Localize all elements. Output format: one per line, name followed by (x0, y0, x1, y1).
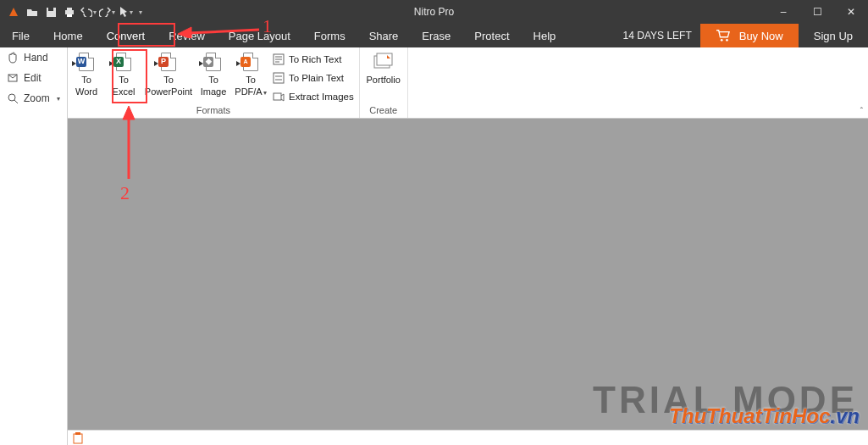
left-tool-pane: Hand Edit Zoom ▾ (0, 47, 68, 445)
close-button[interactable]: ✕ (834, 0, 868, 24)
minimize-button[interactable]: – (766, 0, 800, 24)
status-bar (68, 430, 868, 445)
maximize-button[interactable]: ☐ (800, 0, 834, 24)
work-area: Hand Edit Zoom ▾ W To Word (0, 47, 868, 445)
chevron-down-icon: ▾ (57, 95, 60, 103)
hand-label: Hand (24, 52, 48, 64)
tab-protect[interactable]: Protect (462, 24, 521, 47)
extract-images-icon (273, 91, 285, 103)
to-excel-button[interactable]: X To Excel (105, 47, 142, 97)
zoom-label: Zoom (24, 92, 50, 104)
tab-convert[interactable]: Convert (95, 24, 158, 47)
tab-review[interactable]: Review (157, 24, 217, 47)
rich-text-icon (273, 53, 285, 65)
cart-icon (716, 29, 731, 42)
open-icon[interactable] (24, 3, 41, 20)
tab-home[interactable]: Home (41, 24, 95, 47)
to-word-button[interactable]: W To Word (68, 47, 105, 97)
svg-rect-17 (274, 93, 281, 100)
svg-rect-20 (74, 434, 82, 443)
portfolio-button[interactable]: Portfolio (360, 47, 407, 85)
to-plain-text-button[interactable]: To Plain Text (273, 70, 354, 86)
svg-rect-14 (274, 73, 284, 83)
sign-up-button[interactable]: Sign Up (799, 24, 868, 47)
collapse-ribbon-icon[interactable]: ˆ (860, 107, 863, 116)
hand-tool[interactable]: Hand (0, 47, 67, 68)
portfolio-icon (372, 51, 395, 73)
tab-erase[interactable]: Erase (410, 24, 462, 47)
edit-icon (7, 72, 19, 84)
qat-more-icon[interactable]: ▾ (135, 3, 144, 20)
tab-forms[interactable]: Forms (302, 24, 357, 47)
nitro-logo-icon[interactable] (5, 3, 22, 20)
image-icon: ◆ (202, 51, 225, 73)
group-label-formats: Formats (68, 105, 359, 118)
tab-page-layout[interactable]: Page Layout (217, 24, 302, 47)
edit-label: Edit (24, 72, 41, 84)
to-powerpoint-button[interactable]: P To PowerPoint (142, 47, 195, 97)
svg-rect-1 (48, 8, 53, 11)
svg-point-8 (8, 94, 15, 101)
cursor-tool-icon[interactable]: ▾ (117, 3, 134, 20)
zoom-icon (7, 92, 19, 104)
quick-access-toolbar: ▾ ▾ ▾ ▾ (0, 3, 144, 20)
word-icon: W (75, 51, 98, 73)
ribbon-group-formats: W To Word X To Excel P To PowerPoint (68, 47, 360, 118)
ribbon-group-create: Portfolio Create (360, 47, 408, 118)
clipboard-icon (73, 432, 83, 444)
window-controls: – ☐ ✕ (766, 0, 868, 24)
to-rich-text-button[interactable]: To Rich Text (273, 51, 354, 68)
to-image-button[interactable]: ◆ To Image (195, 47, 232, 97)
title-bar: ▾ ▾ ▾ ▾ Nitro Pro – ☐ ✕ (0, 0, 868, 24)
edit-tool[interactable]: Edit (0, 68, 67, 88)
tab-share[interactable]: Share (357, 24, 411, 47)
trial-days-left: 14 DAYS LEFT (615, 24, 700, 47)
print-icon[interactable] (61, 3, 78, 20)
site-watermark: ThuThuatTinHoc.vn (669, 404, 860, 428)
svg-point-5 (721, 39, 723, 42)
hand-icon (7, 52, 19, 64)
extract-images-button[interactable]: Extract Images (273, 88, 354, 105)
plain-text-icon (273, 72, 285, 84)
svg-rect-19 (377, 53, 392, 65)
svg-rect-2 (65, 10, 74, 14)
tab-bar: File Home Convert Review Page Layout For… (0, 24, 868, 47)
app-title: Nitro Pro (414, 6, 454, 18)
redo-icon[interactable]: ▾ (98, 3, 115, 20)
svg-line-9 (14, 100, 18, 103)
tab-help[interactable]: Help (522, 24, 568, 47)
buy-now-label: Buy Now (739, 30, 783, 42)
zoom-tool[interactable]: Zoom ▾ (0, 88, 67, 108)
pdfa-icon: A (239, 51, 263, 73)
tab-file[interactable]: File (0, 24, 41, 47)
to-pdfa-button[interactable]: A To PDF/A▾ (232, 47, 269, 97)
svg-rect-4 (67, 14, 72, 17)
ribbon: W To Word X To Excel P To PowerPoint (68, 47, 868, 119)
group-label-create: Create (360, 105, 407, 118)
undo-icon[interactable]: ▾ (80, 3, 97, 20)
save-icon[interactable] (42, 3, 59, 20)
excel-icon: X (112, 51, 135, 73)
svg-rect-3 (67, 8, 72, 10)
svg-point-6 (726, 39, 728, 42)
document-canvas: TRIAL MODE ThuThuatTinHoc.vn (68, 119, 868, 430)
buy-now-button[interactable]: Buy Now (700, 24, 799, 47)
svg-rect-21 (75, 432, 80, 435)
powerpoint-icon: P (157, 51, 180, 73)
